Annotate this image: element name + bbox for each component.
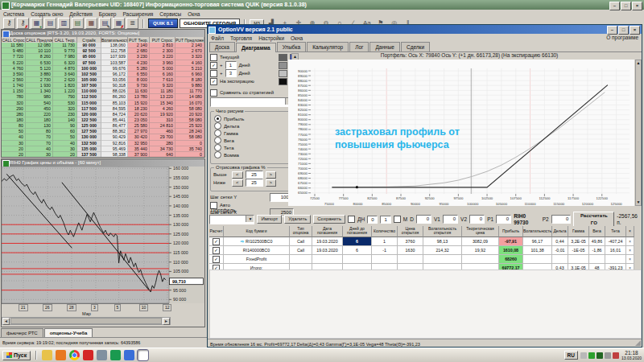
board-cell[interactable]: 127 500 (77, 129, 101, 134)
row-checkbox[interactable]: ✓ (213, 256, 220, 263)
board-cell[interactable]: 11 180 (150, 88, 175, 94)
board-cell[interactable]: 84,595 (101, 106, 128, 112)
board-cell[interactable]: 640 (150, 152, 175, 158)
board-cell[interactable]: 4 870 (53, 66, 77, 72)
board-cell[interactable]: 24 810 (150, 123, 175, 129)
delete-row-button[interactable]: × (626, 237, 634, 246)
board-cell[interactable]: 125 000 (77, 123, 101, 129)
optionvv-titlebar[interactable]: OptionVV версия 2.1 public –□× (208, 25, 642, 34)
board-cell[interactable]: 90,318 (101, 83, 128, 88)
board-cell[interactable]: 5 280 (128, 66, 150, 72)
board-cell[interactable]: 40 (53, 141, 77, 146)
board-cell[interactable]: 99,676 (101, 66, 128, 72)
board-cell[interactable]: 1 150 (2, 88, 26, 94)
board-cell[interactable]: 80 (26, 129, 53, 134)
board-cell[interactable]: 230 (53, 112, 77, 117)
board-cell[interactable]: 95 000 (77, 54, 101, 60)
portfolio-cell[interactable] (423, 255, 462, 264)
board-cell[interactable]: 3 880 (26, 72, 53, 77)
tray-network-icon[interactable] (605, 352, 611, 359)
radio-icon[interactable] (214, 151, 221, 158)
profile-color-swatch[interactable] (279, 54, 287, 61)
board-cell[interactable]: 3 640 (53, 72, 77, 77)
tab-Лог[interactable]: Лог (349, 42, 369, 51)
vv-menu-item-Торговля[interactable]: Торговля (230, 35, 252, 41)
draw-option-Гамма[interactable]: Гамма (214, 130, 295, 137)
dn-checkbox[interactable] (348, 216, 355, 223)
board-cell[interactable]: 107,939 (101, 54, 128, 60)
board-cell[interactable]: 40 (26, 146, 53, 152)
portfolio-cell[interactable]: 1630 (398, 246, 423, 255)
scroll-up-icon[interactable]: ▲ (292, 54, 298, 59)
board-cell[interactable]: 320 (2, 101, 26, 106)
radio-icon[interactable] (214, 130, 221, 137)
price-chart-plot[interactable]: 160 000155 000150 000145 000140 000135 0… (2, 167, 204, 303)
portfolio-cell[interactable]: -97,91 (499, 237, 523, 246)
board-cell[interactable]: 18 230 (128, 106, 150, 112)
profile-line-row[interactable]: ✓На экспирацию (210, 77, 299, 85)
board-cell[interactable]: 86,260 (101, 94, 128, 100)
board-cell[interactable]: 3 590 (2, 72, 26, 77)
board-cell[interactable]: 30 (2, 141, 26, 146)
board-cell[interactable]: 137 500 (77, 152, 101, 158)
удалить-button[interactable]: Удалить (284, 215, 311, 224)
m-checkbox[interactable] (394, 216, 401, 223)
board-cell[interactable]: 20 (53, 152, 77, 158)
dn-spinner[interactable]: 0 (367, 216, 378, 224)
profile-days-field[interactable]: 3 (225, 69, 237, 77)
portfolio-cell[interactable]: 6 (343, 246, 372, 255)
below-increase-button[interactable]: > (266, 179, 277, 187)
board-cell[interactable]: 20 620 (128, 112, 150, 117)
draw-option-Прибыль[interactable]: Прибыль (214, 115, 295, 122)
board-cell[interactable]: 220 (26, 112, 53, 117)
above-value[interactable]: 25 (246, 171, 263, 179)
board-cell[interactable]: 7 720 (2, 54, 26, 60)
board-cell[interactable]: 6 960 (175, 72, 204, 77)
board-cell[interactable]: 280 (150, 141, 175, 146)
board-cell[interactable]: 28 240 (175, 129, 204, 134)
board-cell[interactable]: 2 810 (150, 43, 175, 48)
row-checkbox[interactable]: ✓ (213, 238, 220, 245)
board-cell[interactable]: 90,429 (101, 134, 128, 140)
board-cell[interactable]: 122 500 (77, 117, 101, 123)
tray-volume-icon[interactable] (580, 352, 587, 359)
board-cell[interactable]: 9 880 (175, 83, 204, 88)
portfolio-cell[interactable]: RI140000BC0 (224, 246, 290, 255)
board-cell[interactable]: 92,816 (101, 141, 128, 146)
draw-option-Тета[interactable]: Тета (214, 144, 295, 151)
board-cell[interactable]: 280 (2, 112, 26, 117)
board-cell[interactable]: 93,056 (101, 77, 128, 83)
chart-app-icon[interactable] (138, 350, 148, 360)
board-cell[interactable]: 0 (175, 141, 204, 146)
board-cell[interactable]: 6 160 (150, 72, 175, 77)
board-cell[interactable]: 105 000 (77, 77, 101, 83)
board-cell[interactable]: 30 (53, 146, 77, 152)
board-cell[interactable]: 84,724 (101, 112, 128, 117)
board-cell[interactable]: 6 550 (128, 72, 150, 77)
board-cell[interactable]: 13 220 (150, 94, 175, 100)
opera-icon[interactable] (83, 350, 93, 360)
radio-icon[interactable] (214, 122, 221, 130)
board-cell[interactable]: 5 120 (26, 66, 53, 72)
row-checkbox-cell[interactable]: ✓ (209, 255, 224, 264)
board-cell[interactable]: 112 500 (77, 94, 101, 100)
board-cell[interactable]: 2 560 (2, 77, 26, 83)
dn-spinner[interactable]: 1 (380, 216, 390, 224)
board-cell[interactable]: 9 770 (53, 48, 77, 54)
draw-option-Вомма[interactable]: Вомма (214, 151, 295, 158)
portfolio-cell[interactable]: Call (290, 237, 312, 246)
board-cell[interactable]: 88,026 (101, 88, 128, 94)
board-cell[interactable]: 92 500 (77, 48, 101, 54)
board-cell[interactable]: 9 480 (2, 48, 26, 54)
profile-color-swatch[interactable] (279, 62, 287, 69)
compare-checkbox[interactable] (210, 89, 217, 97)
language-indicator[interactable]: RU (564, 351, 578, 360)
profile-checkbox[interactable]: ✓ (210, 78, 217, 85)
portfolio-cell[interactable] (589, 255, 605, 264)
price-chart-titlebar[interactable]: RIH0 График цены и объёма - [60 минут] (2, 159, 204, 167)
board-cell[interactable]: 50 (53, 134, 77, 140)
folder-icon[interactable] (42, 350, 52, 360)
board-cell[interactable]: 25 920 (175, 123, 204, 129)
board-cell[interactable]: 70 (26, 134, 53, 140)
radio-icon[interactable] (214, 144, 221, 151)
